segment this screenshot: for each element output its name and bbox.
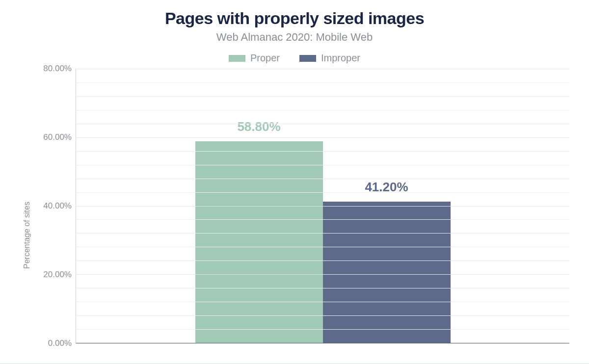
gridline-minor	[76, 247, 569, 247]
gridline-major	[76, 274, 569, 275]
gridline-minor	[76, 302, 569, 302]
chart-container: Pages with properly sized images Web Alm…	[0, 0, 589, 364]
gridline-minor	[76, 82, 569, 83]
gridline-major	[76, 137, 569, 138]
gridline-minor	[76, 151, 569, 152]
gridline-minor	[76, 179, 569, 179]
gridline-minor	[76, 233, 569, 234]
chart-subtitle: Web Almanac 2020: Mobile Web	[20, 31, 569, 44]
legend-swatch-proper	[229, 55, 245, 62]
gridline-minor	[76, 110, 569, 110]
legend-item-proper: Proper	[229, 52, 280, 64]
gridline-minor	[76, 219, 569, 220]
plot-area: 58.80% 41.20%	[76, 69, 569, 343]
legend-label-proper: Proper	[250, 52, 280, 64]
y-axis-label: Percentage of sites	[20, 69, 31, 343]
plot-wrap: Percentage of sites 0.00%20.00%40.00%60.…	[20, 69, 569, 343]
gridline-minor	[76, 124, 569, 124]
bar-value-proper: 58.80%	[237, 119, 280, 134]
gridline-minor	[76, 288, 569, 288]
y-tick-label: 0.00%	[48, 338, 72, 348]
y-tick-label: 60.00%	[43, 132, 72, 142]
gridline-minor	[76, 315, 569, 316]
gridline-minor	[76, 260, 569, 261]
gridline-major	[76, 69, 569, 69]
y-tick-label: 20.00%	[43, 270, 72, 280]
bar-improper: 41.20%	[323, 202, 451, 343]
gridline-minor	[76, 329, 569, 330]
y-axis: 0.00%20.00%40.00%60.00%80.00%	[31, 69, 76, 343]
gridline-minor	[76, 96, 569, 97]
chart-legend: Proper Improper	[20, 52, 569, 64]
bar-proper: 58.80%	[195, 141, 323, 343]
legend-item-improper: Improper	[299, 52, 360, 64]
gridline-minor	[76, 192, 569, 193]
gridline-minor	[76, 165, 569, 165]
chart-title: Pages with properly sized images	[20, 9, 569, 28]
gridline-major	[76, 206, 569, 207]
y-tick-label: 80.00%	[43, 64, 72, 74]
legend-label-improper: Improper	[321, 52, 360, 64]
legend-swatch-improper	[299, 55, 316, 62]
y-tick-label: 40.00%	[43, 201, 72, 211]
